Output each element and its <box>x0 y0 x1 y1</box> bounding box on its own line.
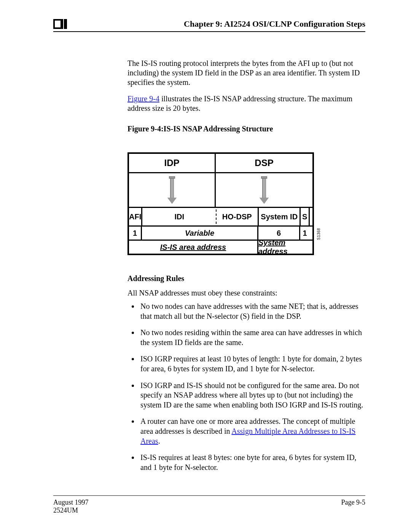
header-rule <box>53 31 365 32</box>
fig-dsp: DSP <box>216 154 312 172</box>
paragraph-1: The IS-IS routing protocol interprets th… <box>127 59 365 87</box>
fig-one2: 1 <box>300 227 309 240</box>
fig-one: 1 <box>129 227 142 240</box>
fig-hodsp: HO-DSP <box>216 208 259 225</box>
figure-ref-link[interactable]: Figure 9-4 <box>127 94 159 103</box>
list-item: ISO IGRP and IS-IS should not be configu… <box>139 381 365 410</box>
fig-idi: IDI <box>142 208 216 225</box>
fig-systemid: System ID <box>259 208 301 225</box>
fig-s: S <box>301 208 310 225</box>
figure-wrap: IDP DSP <box>127 152 314 255</box>
main-content: The IS-IS routing protocol interprets th… <box>127 59 365 472</box>
list-item: IS-IS requires at least 8 bytes: one byt… <box>139 453 365 472</box>
page-header: Chapter 9: AI2524 OSI/CLNP Configuration… <box>53 19 365 29</box>
list-item: No two nodes residing within the same ar… <box>139 328 365 347</box>
list-item: No two nodes can have addresses with the… <box>139 302 365 321</box>
page: Chapter 9: AI2524 OSI/CLNP Configuration… <box>0 0 411 532</box>
list-item: ISO IGRP requires at least 10 bytes of l… <box>139 354 365 374</box>
addressing-rules-heading: Addressing Rules <box>127 274 365 283</box>
figure-nsap-structure: IDP DSP <box>127 152 314 255</box>
logo-icon <box>53 19 68 29</box>
fig-idp: IDP <box>129 154 216 172</box>
rules-list: No two nodes can have addresses with the… <box>139 302 365 472</box>
fig-arrow-idp-cell <box>129 173 216 207</box>
footer-doc: 2524UM <box>53 506 89 514</box>
fig-isis-area: IS-IS area address <box>129 241 258 254</box>
paragraph-2-text: illustrates the IS-IS NSAP addressing st… <box>127 94 352 112</box>
fig-six: 6 <box>258 227 300 240</box>
fig-arrow-dsp-cell <box>216 173 312 207</box>
fig-system-address: System address <box>258 241 312 254</box>
rules-intro: All NSAP addresses must obey these const… <box>127 288 365 298</box>
figure-caption: Figure 9-4:IS-IS NSAP Addressing Structu… <box>127 125 365 133</box>
figure-side-code: S1368 <box>317 228 321 240</box>
paragraph-2: Figure 9-4 illustrates the IS-IS NSAP ad… <box>127 94 365 113</box>
down-arrow-icon <box>260 173 269 207</box>
down-arrow-icon <box>167 173 177 207</box>
fig-variable: Variable <box>142 227 258 240</box>
list-item-tail: . <box>158 437 160 445</box>
footer-rule <box>53 495 365 496</box>
chapter-title: Chapter 9: AI2524 OSI/CLNP Configuration… <box>184 19 365 29</box>
footer-page: Page 9-5 <box>341 498 365 506</box>
page-footer: August 1997 2524UM Page 9-5 <box>53 498 365 514</box>
footer-date: August 1997 <box>53 498 89 506</box>
fig-afi: AFI <box>129 208 142 225</box>
list-item: A router can have one or more area addre… <box>139 417 365 446</box>
